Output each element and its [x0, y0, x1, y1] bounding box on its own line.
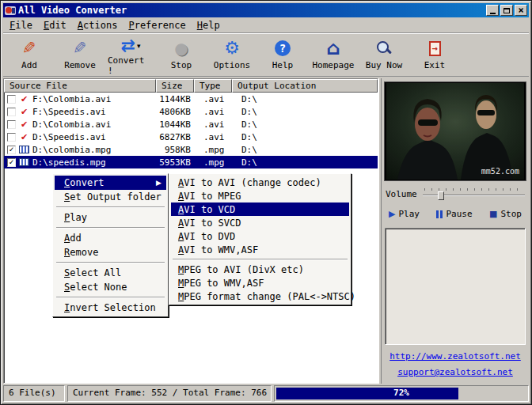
row-checkbox[interactable]: [7, 133, 16, 142]
output-cell: D:\: [232, 157, 378, 168]
context-menu-item-play[interactable]: Play: [55, 210, 166, 225]
stop-playback-button[interactable]: ■ Stop: [488, 208, 523, 220]
pause-button[interactable]: Pause: [435, 208, 473, 220]
table-row-selected[interactable]: ✓D:\speedis.mpg 5953KB .mpg D:\: [4, 156, 378, 168]
submenu-item-avi-to-avi[interactable]: AVI to AVI (change codec): [171, 176, 349, 189]
submenu-item-avi-to-dvd[interactable]: AVI to DVD: [171, 229, 349, 243]
context-menu-item-remove[interactable]: Remove: [55, 245, 166, 259]
menu-help[interactable]: Help: [192, 18, 226, 32]
context-menu-item-set-output-folder[interactable]: Set Output folder: [55, 190, 166, 204]
window-title: All Video Converter: [18, 5, 484, 16]
menu-preference[interactable]: Preference: [124, 18, 192, 32]
menu-actions[interactable]: Actions: [73, 18, 124, 32]
help-button[interactable]: ? Help: [260, 36, 306, 74]
row-checkbox[interactable]: ✓: [7, 158, 16, 167]
menu-separator: [56, 206, 165, 208]
submenu-arrow-icon: ▶: [156, 179, 162, 187]
context-menu-item-add[interactable]: Add: [55, 231, 166, 245]
column-header-type[interactable]: Type: [194, 79, 232, 93]
context-menu: Convert ▶ Set Output folder Play Add Rem…: [52, 173, 169, 317]
play-button[interactable]: ▶ Play: [387, 208, 421, 220]
close-button[interactable]: ×: [515, 5, 527, 16]
row-checkbox[interactable]: [7, 95, 16, 104]
links: http://www.zealotsoft.net support@zealot…: [384, 350, 526, 382]
source-file-cell: F:\Colombia.avi: [32, 94, 111, 104]
progress-bar: 72%: [274, 385, 529, 402]
minimize-icon: [490, 13, 496, 14]
submenu-item-avi-to-wmv[interactable]: AVI to WMV,ASF: [171, 243, 349, 256]
submenu-item-avi-to-svcd[interactable]: AVI to SVCD: [171, 216, 349, 229]
pause-icon: [436, 210, 443, 218]
row-checkbox[interactable]: ✓: [7, 146, 16, 154]
convert-dropdown-icon[interactable]: ▾: [137, 42, 141, 50]
row-checkbox[interactable]: [7, 108, 16, 116]
menubar: File Edit Actions Preference Help: [3, 17, 529, 32]
context-menu-item-select-none[interactable]: Select None: [55, 280, 166, 294]
website-link[interactable]: http://www.zealotsoft.net: [390, 351, 521, 361]
homepage-button[interactable]: ⌂ Homepage: [310, 36, 356, 74]
submenu-item-avi-to-vcd[interactable]: AVI to VCD: [171, 202, 349, 216]
menu-separator: [56, 262, 165, 263]
volume-slider[interactable]: [423, 188, 525, 200]
minimize-button[interactable]: [486, 5, 499, 16]
submenu-item-avi-to-mpeg[interactable]: AVI to MPEG: [171, 189, 349, 202]
source-file-cell: D:\colombia.mpg: [32, 145, 111, 155]
size-cell: 5953KB: [156, 157, 194, 168]
remove-button[interactable]: ✎ Remove: [57, 36, 103, 74]
homepage-house-icon: ⌂: [326, 39, 340, 58]
volume-slider-thumb[interactable]: [438, 191, 444, 200]
options-button[interactable]: ⚙ Options: [209, 36, 255, 74]
submenu-item-mpeg-to-wmv[interactable]: MPEG to WMV,ASF: [171, 276, 349, 290]
converted-check-icon: ✔: [19, 119, 29, 130]
menu-file[interactable]: File: [5, 18, 39, 32]
table-row[interactable]: ✔F:\Colombia.avi 1144KB .avi D:\: [4, 93, 378, 105]
menu-separator: [56, 227, 165, 229]
convert-button[interactable]: ⇄▾ Convert !: [108, 36, 154, 74]
table-row[interactable]: ✔D:\Speedis.avi 6827KB .avi D:\: [4, 131, 378, 143]
video-preview-image: mm52.com: [386, 83, 524, 180]
table-row[interactable]: ✔F:\Speedis.avi 4806KB .avi D:\: [4, 105, 378, 118]
exit-button[interactable]: → Exit: [412, 36, 458, 74]
preview-panel: mm52.com Volume ▶ Play Pause: [382, 78, 529, 384]
submenu-item-mpeg-to-avi[interactable]: MPEG to AVI (DivX etc): [171, 263, 349, 276]
titlebar[interactable]: All Video Converter ×: [3, 3, 529, 17]
magnifier-icon: [376, 40, 392, 56]
column-header-output-location[interactable]: Output Location: [232, 79, 378, 93]
context-menu-item-select-all[interactable]: Select All: [55, 266, 166, 280]
submenu-item-mpeg-format-change[interactable]: MPEG format change (PAL<->NTSC): [171, 290, 349, 303]
app-icon: [5, 6, 16, 16]
size-cell: 1044KB: [156, 119, 194, 130]
add-button[interactable]: ✎ Add: [6, 36, 52, 74]
play-icon: ▶: [389, 209, 395, 219]
add-icon: ✎: [22, 40, 36, 57]
slider-ticks: [424, 188, 523, 191]
table-row[interactable]: ✔D:\Colombia.avi 1044KB .avi D:\: [4, 118, 378, 131]
menu-separator: [56, 297, 165, 298]
maximize-button[interactable]: [500, 5, 513, 16]
size-cell: 1144KB: [156, 94, 194, 104]
volume-label: Volume: [386, 189, 417, 199]
column-header-source-file[interactable]: Source File: [4, 79, 156, 93]
app-window: All Video Converter × File Edit Actions …: [0, 0, 532, 405]
buy-now-button[interactable]: Buy Now: [361, 36, 407, 74]
context-menu-item-invert-selection[interactable]: Invert Selection: [55, 301, 166, 315]
table-row[interactable]: ✓D:\colombia.mpg 958KB .mpg D:\: [4, 143, 378, 156]
exit-door-icon: →: [429, 41, 441, 56]
source-file-cell: D:\speedis.mpg: [32, 157, 106, 168]
checkbox-check-icon: ✓: [9, 146, 13, 153]
row-checkbox[interactable]: [7, 120, 16, 129]
output-cell: D:\: [232, 94, 378, 104]
menu-separator: [173, 259, 348, 260]
source-file-cell: D:\Speedis.avi: [32, 132, 106, 142]
context-menu-item-convert[interactable]: Convert ▶: [55, 176, 166, 190]
playback-controls: ▶ Play Pause ■ Stop: [387, 208, 523, 220]
stop-button[interactable]: ● Stop: [158, 36, 204, 74]
support-email-link[interactable]: support@zealotsoft.net: [397, 367, 513, 377]
menu-edit[interactable]: Edit: [39, 18, 73, 32]
column-header-size[interactable]: Size: [156, 79, 194, 93]
type-cell: .avi: [194, 119, 232, 130]
source-file-cell: F:\Speedis.avi: [32, 107, 106, 117]
converted-check-icon: ✔: [19, 94, 29, 104]
type-cell: .mpg: [194, 157, 232, 168]
output-cell: D:\: [232, 107, 378, 117]
